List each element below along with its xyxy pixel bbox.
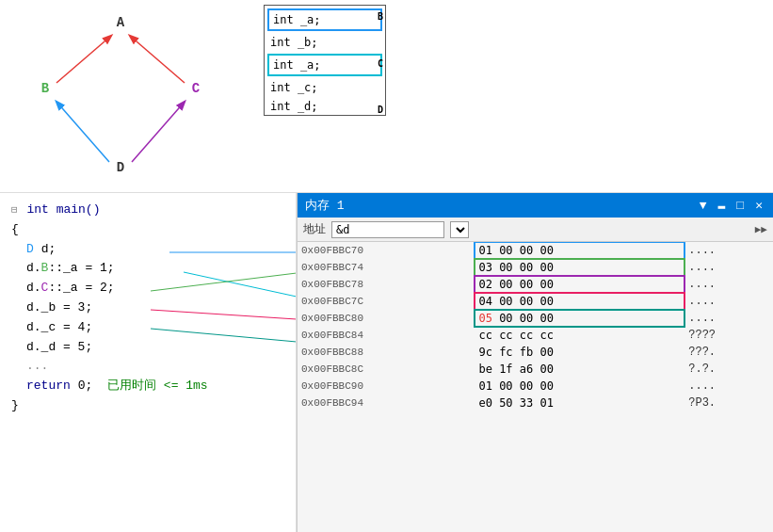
- svg-line-0: [56, 36, 111, 83]
- mem-byte: cc: [540, 329, 554, 342]
- mem-addr-cell: 0x00FBBC78: [298, 276, 475, 293]
- mem-addr-cell: 0x00FBBC8C: [298, 361, 475, 378]
- mem-bytes-cell: 04 00 00 00: [475, 293, 684, 310]
- diamond-area: A B C D: [0, 0, 254, 192]
- mem-byte: 02: [478, 278, 491, 291]
- mem-ascii-cell: ....: [684, 378, 773, 395]
- mem-byte: 00: [499, 261, 512, 274]
- memory-row: 0x00FBBC7001 00 00 00....: [298, 242, 773, 259]
- code-line-2: {: [11, 220, 284, 240]
- memory-close-btn[interactable]: ✕: [752, 198, 765, 213]
- code-line-7: d._c = 4;: [26, 318, 284, 338]
- diag-label-c: C: [378, 58, 383, 69]
- mem-bytes-cell: 9c fc fb 00: [475, 344, 684, 361]
- mem-ascii-cell: ....: [684, 310, 773, 327]
- mem-bytes-cell: be 1f a6 00: [475, 361, 684, 378]
- node-b-label: B: [41, 81, 50, 96]
- mem-byte: 1f: [499, 363, 512, 376]
- mem-ascii-cell: ....: [684, 293, 773, 310]
- mem-byte: e0: [478, 396, 491, 410]
- addr-dropdown[interactable]: [450, 221, 469, 238]
- mem-addr-cell: 0x00FBBC88: [298, 344, 475, 361]
- code-line-close: }: [11, 396, 284, 416]
- code-area: ⊟ int main() { D d; d.B::_a = 1; d.C::_a…: [0, 193, 297, 532]
- diag-field-c-a: int _a;: [271, 57, 378, 73]
- mem-byte: 00: [540, 379, 554, 393]
- code-comment: 已用时间 <= 1ms: [107, 379, 208, 393]
- mem-addr-cell: 0x00FBBC74: [298, 259, 475, 276]
- mem-byte: cc: [478, 329, 491, 342]
- memory-minimize-btn[interactable]: ▬: [716, 199, 729, 213]
- class-diagram-box: B int _a; int _b; C int _a; int _c; int …: [264, 5, 386, 116]
- mem-byte: 00: [520, 379, 533, 393]
- mem-bytes-cell: 01 00 00 00: [475, 378, 684, 395]
- svg-line-3: [132, 102, 185, 162]
- memory-row: 0x00FBBC8Cbe 1f a6 00?.?.: [298, 361, 773, 378]
- mem-byte: 00: [499, 295, 512, 308]
- memory-row: 0x00FBBC7802 00 00 00....: [298, 276, 773, 293]
- mem-bytes-cell: e0 50 33 01: [475, 395, 684, 411]
- mem-ascii-cell: ....: [684, 259, 773, 276]
- mem-byte: 00: [499, 312, 512, 325]
- mem-bytes-cell: 05 00 00 00: [475, 310, 684, 327]
- mem-byte: 00: [540, 363, 554, 376]
- svg-line-2: [56, 102, 109, 162]
- code-line-4: d.B::_a = 1;: [26, 259, 284, 279]
- svg-line-1: [130, 36, 185, 83]
- mem-byte: 00: [499, 379, 512, 393]
- memory-row: 0x00FBBC84cc cc cc cc????: [298, 327, 773, 344]
- mem-byte: 33: [520, 396, 533, 410]
- memory-row: 0x00FBBC889c fc fb 00???.: [298, 344, 773, 361]
- code-line-3: D d;: [26, 240, 284, 260]
- mem-bytes-cell: cc cc cc cc: [475, 327, 684, 344]
- memory-row: 0x00FBBC9001 00 00 00....: [298, 378, 773, 395]
- mem-bytes-cell: 02 00 00 00: [475, 276, 684, 293]
- diag-field-c: int _c;: [265, 79, 385, 96]
- mem-byte: fb: [520, 346, 533, 359]
- mem-bytes-cell: 03 00 00 00: [475, 259, 684, 276]
- memory-table-wrapper[interactable]: 0x00FBBC7001 00 00 00....0x00FBBC7403 00…: [298, 242, 773, 532]
- mem-addr-cell: 0x00FBBC7C: [298, 293, 475, 310]
- code-brace-open: {: [11, 222, 19, 236]
- memory-row: 0x00FBBC7403 00 00 00....: [298, 259, 773, 276]
- mem-byte: 00: [540, 312, 554, 325]
- mem-addr-cell: 0x00FBBC90: [298, 378, 475, 395]
- code-line-6: d._b = 3;: [26, 298, 284, 318]
- node-c-label: C: [192, 81, 201, 96]
- mem-addr-cell: 0x00FBBC84: [298, 327, 475, 344]
- mem-bytes-cell: 01 00 00 00: [475, 242, 684, 259]
- mem-byte: 01: [540, 396, 554, 410]
- collapse-icon[interactable]: ⊟: [11, 204, 18, 216]
- diag-section-a-in-b: int _a;: [267, 8, 382, 31]
- scroll-right-btn[interactable]: ▶▶: [755, 223, 767, 235]
- memory-dropdown-btn[interactable]: ▼: [697, 199, 710, 213]
- diag-label-b: B: [378, 11, 383, 22]
- mem-byte: 00: [520, 278, 533, 291]
- mem-ascii-cell: ????: [684, 327, 773, 344]
- code-line-return: return 0; 已用时间 <= 1ms: [26, 377, 284, 396]
- mem-byte: a6: [520, 363, 533, 376]
- diag-section-a-in-c: int _a;: [267, 54, 382, 76]
- mem-byte: 50: [499, 396, 512, 410]
- memory-title: 内存 1: [305, 197, 345, 214]
- top-section: A B C D: [0, 0, 773, 193]
- mem-byte: cc: [520, 329, 533, 342]
- code-line-1: ⊟ int main(): [11, 201, 284, 220]
- diag-field-d: int _d;: [265, 98, 385, 115]
- memory-maximize-btn[interactable]: □: [733, 199, 747, 213]
- code-main-sig: int main(): [26, 202, 100, 217]
- mem-addr-cell: 0x00FBBC94: [298, 395, 475, 411]
- mem-ascii-cell: ....: [684, 276, 773, 293]
- mem-byte: 00: [540, 346, 554, 359]
- addr-input[interactable]: [331, 221, 444, 238]
- mem-byte: cc: [499, 329, 512, 342]
- mem-byte: 04: [478, 295, 491, 308]
- memory-table: 0x00FBBC7001 00 00 00....0x00FBBC7403 00…: [298, 242, 773, 411]
- code-line-8: d._d = 5;: [26, 338, 284, 358]
- mem-ascii-cell: ?P3.: [684, 395, 773, 411]
- mem-ascii-cell: ???.: [684, 344, 773, 361]
- mem-byte: 00: [520, 261, 533, 274]
- mem-ascii-cell: ?.?.: [684, 361, 773, 378]
- mem-addr-cell: 0x00FBBC70: [298, 242, 475, 259]
- mem-byte: be: [478, 363, 491, 376]
